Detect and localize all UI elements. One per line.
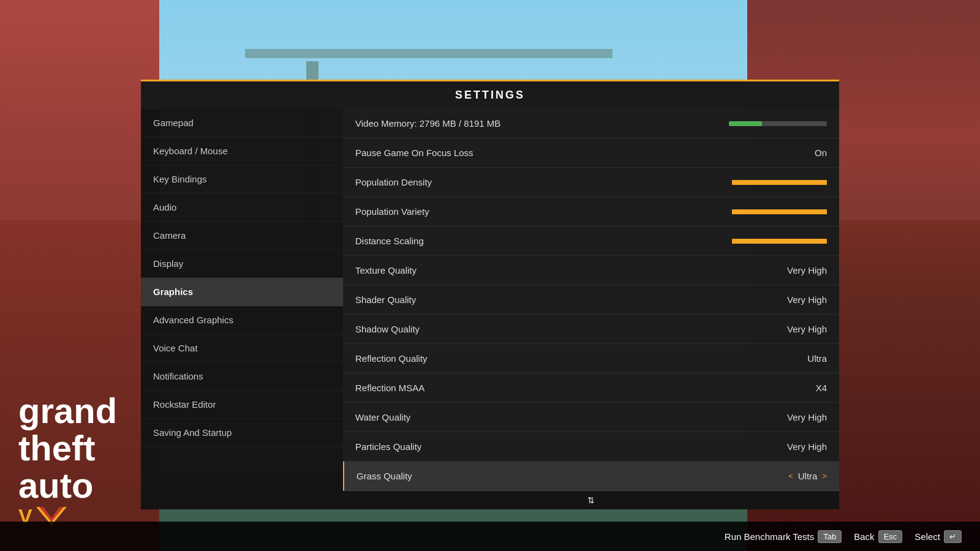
gta-logo-line1: grand [18, 392, 117, 430]
settings-body: GamepadKeyboard / MouseKey BindingsAudio… [141, 109, 839, 509]
memory-bar-video-memory [729, 121, 827, 126]
sidebar-item-camera[interactable]: Camera [141, 222, 343, 250]
setting-row-population-density[interactable]: Population Density [343, 168, 839, 197]
back-key[interactable]: Esc [878, 530, 903, 543]
setting-label-distance-scaling: Distance Scaling [355, 236, 732, 246]
setting-value-shadow-quality: Very High [787, 324, 827, 334]
setting-value-shader-quality: Very High [787, 294, 827, 305]
setting-label-pause-game: Pause Game On Focus Loss [355, 148, 815, 158]
gta-logo: grand theft auto V [18, 392, 117, 527]
setting-label-particles-quality: Particles Quality [355, 441, 787, 452]
run-benchmark-label: Run Benchmark Tests [725, 531, 814, 542]
sidebar-item-key-bindings[interactable]: Key Bindings [141, 165, 343, 193]
sidebar-item-notifications[interactable]: Notifications [141, 362, 343, 391]
setting-label-texture-quality: Texture Quality [355, 265, 787, 276]
arrow-right-grass-quality[interactable]: > [822, 471, 827, 481]
setting-label-population-variety: Population Variety [355, 206, 732, 217]
sidebar-item-graphics[interactable]: Graphics [141, 278, 343, 306]
setting-value-reflection-msaa: X4 [816, 383, 827, 393]
arrow-left-grass-quality[interactable]: < [788, 471, 793, 481]
select-key[interactable]: ↵ [944, 530, 962, 543]
sidebar-item-audio[interactable]: Audio [141, 193, 343, 222]
settings-modal: SETTINGS GamepadKeyboard / MouseKey Bind… [141, 80, 839, 505]
sidebar-item-saving-startup[interactable]: Saving And Startup [141, 419, 343, 447]
sidebar-item-gamepad[interactable]: Gamepad [141, 109, 343, 137]
setting-row-shader-quality[interactable]: Shader QualityVery High [343, 285, 839, 315]
arrow-value-grass-quality: Ultra [798, 471, 818, 481]
sidebar-item-rockstar-editor[interactable]: Rockstar Editor [141, 391, 343, 419]
setting-row-population-variety[interactable]: Population Variety [343, 197, 839, 227]
select-item: Select ↵ [914, 530, 962, 543]
setting-row-texture-quality[interactable]: Texture QualityVery High [343, 256, 839, 285]
setting-value-water-quality: Very High [787, 412, 827, 422]
setting-label-population-density: Population Density [355, 177, 732, 187]
scroll-arrows-icon: ⇅ [587, 495, 595, 505]
run-benchmark-key[interactable]: Tab [818, 530, 842, 543]
setting-label-reflection-quality: Reflection Quality [355, 353, 807, 364]
setting-row-reflection-msaa[interactable]: Reflection MSAAX4 [343, 373, 839, 403]
bottom-toolbar: Run Benchmark Tests Tab Back Esc Select … [0, 522, 980, 551]
setting-label-shadow-quality: Shadow Quality [355, 324, 787, 334]
setting-row-distance-scaling[interactable]: Distance Scaling [343, 227, 839, 256]
setting-row-water-quality[interactable]: Water QualityVery High [343, 403, 839, 432]
run-benchmark-item: Run Benchmark Tests Tab [725, 530, 842, 543]
setting-row-particles-quality[interactable]: Particles QualityVery High [343, 432, 839, 462]
sidebar-item-display[interactable]: Display [141, 250, 343, 278]
setting-label-video-memory: Video Memory: 2796 MB / 8191 MB [355, 118, 729, 129]
slider-population-density[interactable] [732, 180, 827, 185]
setting-row-pause-game[interactable]: Pause Game On Focus LossOn [343, 138, 839, 168]
setting-value-particles-quality: Very High [787, 441, 827, 452]
settings-title: SETTINGS [455, 89, 525, 101]
setting-value-reflection-quality: Ultra [807, 353, 827, 364]
setting-value-texture-quality: Very High [787, 265, 827, 276]
sidebar-item-voice-chat[interactable]: Voice Chat [141, 334, 343, 362]
arrow-control-grass-quality[interactable]: < Ultra > [788, 471, 827, 481]
setting-label-water-quality: Water Quality [355, 412, 787, 422]
settings-content[interactable]: Video Memory: 2796 MB / 8191 MBPause Gam… [343, 109, 839, 491]
setting-label-shader-quality: Shader Quality [355, 294, 787, 305]
settings-nav: GamepadKeyboard / MouseKey BindingsAudio… [141, 109, 343, 509]
gta-logo-line2: theft [18, 430, 117, 467]
setting-row-shadow-quality[interactable]: Shadow QualityVery High [343, 315, 839, 344]
setting-row-video-memory[interactable]: Video Memory: 2796 MB / 8191 MB [343, 109, 839, 138]
setting-row-reflection-quality[interactable]: Reflection QualityUltra [343, 344, 839, 373]
back-label: Back [854, 531, 874, 542]
sidebar-item-keyboard-mouse[interactable]: Keyboard / Mouse [141, 137, 343, 165]
slider-distance-scaling[interactable] [732, 239, 827, 244]
setting-value-pause-game: On [815, 148, 827, 158]
gta-logo-line3: auto [18, 467, 117, 504]
settings-title-bar: SETTINGS [141, 80, 839, 109]
setting-label-reflection-msaa: Reflection MSAA [355, 383, 816, 393]
sidebar-item-advanced-graphics[interactable]: Advanced Graphics [141, 306, 343, 334]
select-label: Select [914, 531, 940, 542]
setting-row-grass-quality[interactable]: Grass Quality < Ultra > [343, 462, 839, 491]
scroll-indicator: ⇅ [343, 491, 839, 509]
setting-label-grass-quality: Grass Quality [356, 471, 788, 481]
back-item: Back Esc [854, 530, 902, 543]
slider-population-variety[interactable] [732, 209, 827, 214]
